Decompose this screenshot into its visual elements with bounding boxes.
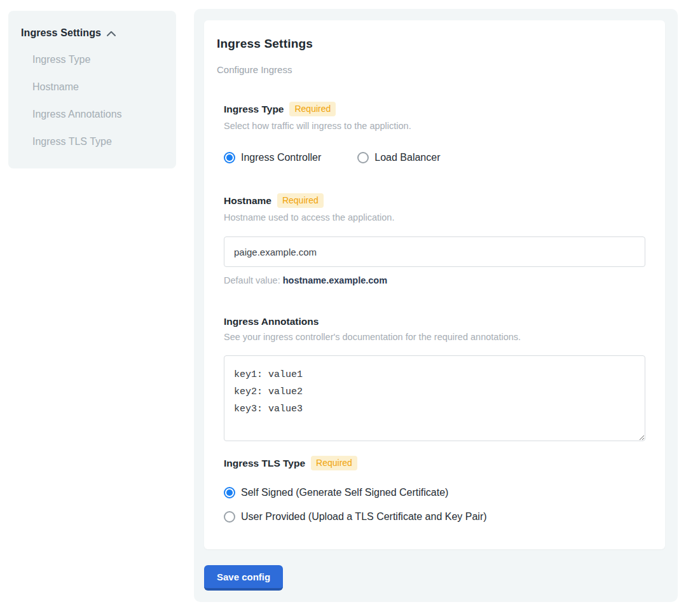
form-fields: Ingress Type Required Select how traffic… <box>224 102 646 523</box>
ingress-tls-type-label: Ingress TLS Type <box>224 458 305 469</box>
radio-label-self-signed: Self Signed (Generate Self Signed Certif… <box>241 487 448 498</box>
sidebar-section-ingress-settings[interactable]: Ingress Settings <box>21 27 163 39</box>
sidebar-item-hostname[interactable]: Hostname <box>32 81 163 93</box>
ingress-annotations-textarea[interactable]: key1: value1 key2: value2 key3: value3 <box>224 355 645 441</box>
default-value-text: hostname.example.com <box>283 275 387 285</box>
radio-label-load-balancer: Load Balancer <box>374 152 440 163</box>
ingress-tls-radio-group: Self Signed (Generate Self Signed Certif… <box>224 487 646 523</box>
hostname-default-note: Default value: hostname.example.com <box>224 275 646 285</box>
field-ingress-annotations: Ingress Annotations See your ingress con… <box>224 316 646 441</box>
required-badge: Required <box>277 193 324 208</box>
sidebar-section-title: Ingress Settings <box>21 27 101 39</box>
ingress-annotations-description: See your ingress controller's documentat… <box>224 332 646 342</box>
sidebar-item-ingress-annotations[interactable]: Ingress Annotations <box>32 109 163 120</box>
ingress-type-label: Ingress Type <box>224 104 284 115</box>
page-subtitle: Configure Ingress <box>217 64 646 75</box>
settings-sidebar: Ingress Settings Ingress Type Hostname I… <box>8 11 176 168</box>
hostname-description: Hostname used to access the application. <box>224 212 646 222</box>
required-badge: Required <box>311 456 357 470</box>
sidebar-item-ingress-type[interactable]: Ingress Type <box>32 54 163 65</box>
radio-unselected-icon[interactable] <box>357 152 369 163</box>
radio-label-user-provided: User Provided (Upload a TLS Certificate … <box>241 511 487 523</box>
field-ingress-type: Ingress Type Required Select how traffic… <box>224 102 646 163</box>
ingress-annotations-label: Ingress Annotations <box>224 316 319 327</box>
radio-option-ingress-controller[interactable]: Ingress Controller <box>224 152 321 163</box>
hostname-input[interactable] <box>224 236 645 267</box>
chevron-up-icon <box>106 30 116 38</box>
ingress-settings-card: Ingress Settings Configure Ingress Ingre… <box>204 20 665 549</box>
hostname-label: Hostname <box>224 195 271 207</box>
radio-option-load-balancer[interactable]: Load Balancer <box>357 152 440 163</box>
sidebar-nav: Ingress Type Hostname Ingress Annotation… <box>21 54 163 147</box>
radio-selected-icon[interactable] <box>224 487 235 498</box>
ingress-settings-panel: Ingress Settings Configure Ingress Ingre… <box>194 9 678 602</box>
radio-label-ingress-controller: Ingress Controller <box>241 152 321 163</box>
field-ingress-tls-type: Ingress TLS Type Required Self Signed (G… <box>224 456 646 523</box>
radio-selected-icon[interactable] <box>224 152 235 163</box>
default-value-label: Default value: <box>224 275 283 285</box>
ingress-type-description: Select how traffic will ingress to the a… <box>224 121 646 131</box>
radio-option-user-provided[interactable]: User Provided (Upload a TLS Certificate … <box>224 511 487 523</box>
radio-unselected-icon[interactable] <box>224 511 235 523</box>
field-hostname: Hostname Required Hostname used to acces… <box>224 193 646 285</box>
required-badge: Required <box>289 102 336 116</box>
ingress-type-radio-group: Ingress Controller Load Balancer <box>224 152 646 163</box>
page-title: Ingress Settings <box>217 37 646 51</box>
save-config-button[interactable]: Save config <box>204 565 283 591</box>
sidebar-item-ingress-tls-type[interactable]: Ingress TLS Type <box>32 136 163 147</box>
radio-option-self-signed[interactable]: Self Signed (Generate Self Signed Certif… <box>224 487 448 498</box>
